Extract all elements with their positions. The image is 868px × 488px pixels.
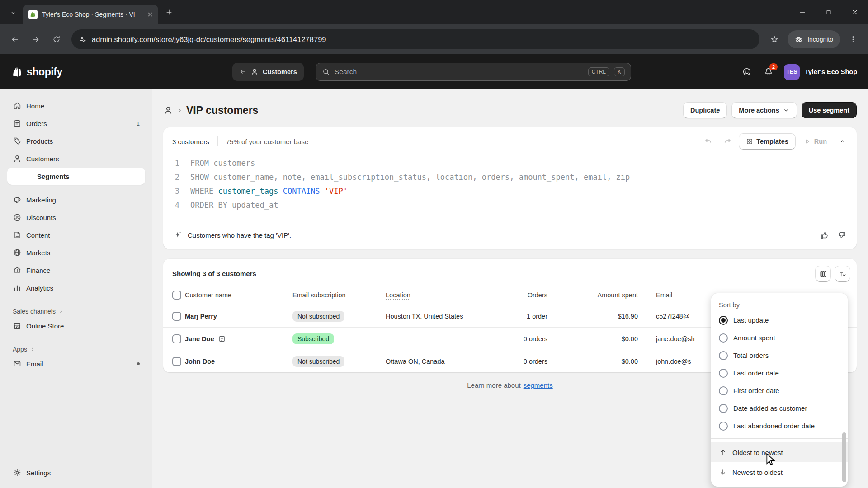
select-all-checkbox[interactable] [172, 291, 181, 300]
sort-option[interactable]: First order date [711, 382, 848, 399]
sidebar-item-online-store[interactable]: Online Store [7, 317, 145, 334]
amount-cell: $16.90 [552, 313, 642, 320]
tab-close-icon[interactable] [146, 11, 154, 18]
sidebar-item-segments[interactable]: Segments [7, 168, 145, 185]
home-icon [13, 101, 22, 110]
duplicate-button[interactable]: Duplicate [683, 102, 727, 118]
sort-button[interactable] [835, 266, 850, 282]
breadcrumb-chevron-icon [176, 107, 183, 114]
sort-direction-option[interactable]: Oldest to newest [711, 442, 848, 462]
customer-name[interactable]: Jane Doe [185, 335, 214, 343]
sort-direction-option[interactable]: Newest to oldest [711, 462, 848, 482]
item-badge: 1 [137, 120, 140, 127]
column-header-customer-name[interactable]: Customer name [185, 291, 292, 299]
orders-icon [13, 119, 22, 128]
url-bar[interactable]: admin.shopify.com/store/jy63jq-dc/custom… [71, 29, 760, 49]
forward-button[interactable] [26, 30, 45, 49]
radio-button[interactable] [719, 386, 728, 395]
sort-directions: Oldest to newest Newest to oldest [711, 442, 848, 482]
templates-button[interactable]: Templates [739, 133, 796, 150]
chevron-right-icon [58, 308, 64, 314]
undo-button[interactable] [701, 134, 716, 149]
incognito-label: Incognito [807, 36, 833, 43]
column-header-orders[interactable]: Orders [499, 291, 552, 299]
site-settings-icon[interactable] [79, 35, 87, 43]
segments-link[interactable]: segments [524, 381, 553, 389]
store-menu[interactable]: TES Tyler's Eco Shop [781, 62, 860, 82]
back-button[interactable] [5, 30, 24, 49]
sidebar-item-orders[interactable]: Orders 1 [7, 115, 145, 132]
segments-breadcrumb-icon[interactable] [163, 105, 173, 115]
use-segment-button[interactable]: Use segment [802, 102, 857, 118]
sidebar: Home Orders 1 Products Customers Segment… [0, 89, 152, 488]
query-editor[interactable]: 1 FROM customers 2 SHOW customer_name, n… [163, 155, 857, 221]
new-tab-button[interactable] [162, 5, 176, 19]
global-search[interactable]: Search CTRL K [316, 63, 631, 81]
sort-option[interactable]: Total orders [711, 347, 848, 364]
edit-columns-button[interactable] [815, 266, 831, 282]
sidebar-item-home[interactable]: Home [7, 97, 145, 114]
radio-button[interactable] [719, 369, 728, 378]
maximize-button[interactable] [816, 0, 842, 24]
sidekick-button[interactable] [738, 63, 756, 81]
radio-button[interactable] [719, 422, 728, 431]
discounts-icon [13, 213, 22, 222]
scrollbar-thumb[interactable] [842, 432, 846, 482]
sort-option[interactable]: Last update [711, 311, 848, 329]
dots-vertical-icon [849, 35, 858, 44]
divider [711, 438, 848, 439]
browser-menu-button[interactable] [844, 30, 863, 49]
radio-button[interactable] [719, 404, 728, 413]
row-checkbox[interactable] [172, 357, 181, 366]
browser-tab[interactable]: Tyler's Eco Shop · Segments · VI [23, 5, 158, 24]
sidebar-item-analytics[interactable]: Analytics [7, 279, 145, 296]
sort-option[interactable]: Last order date [711, 364, 848, 382]
reload-button[interactable] [47, 30, 66, 49]
minimize-button[interactable] [789, 0, 816, 24]
code-text: WHERE customer_tags CONTAINS 'VIP' [190, 184, 348, 198]
collapse-editor-button[interactable] [835, 134, 850, 149]
notification-badge: 2 [769, 63, 778, 70]
segment-editor-card: 3 customers 75% of your customer base Te… [163, 127, 857, 249]
sidebar-item-customers[interactable]: Customers [7, 150, 145, 167]
customer-name[interactable]: Marj Perry [185, 313, 217, 320]
sidebar-item-marketing[interactable]: Marketing [7, 191, 145, 208]
more-actions-button[interactable]: More actions [731, 102, 797, 118]
sidebar-item-discounts[interactable]: Discounts [7, 209, 145, 226]
redo-button[interactable] [720, 134, 735, 149]
radio-button[interactable] [719, 333, 728, 343]
column-header-email-subscription[interactable]: Email subscription [292, 291, 386, 299]
sidebar-item-email[interactable]: Email [7, 355, 145, 372]
url-text: admin.shopify.com/store/jy63jq-dc/custom… [92, 35, 326, 44]
thumbs-up-button[interactable] [820, 230, 829, 240]
tab-search-button[interactable] [5, 5, 21, 20]
radio-button[interactable] [719, 316, 728, 325]
radio-button[interactable] [719, 351, 728, 360]
sidebar-item-products[interactable]: Products [7, 132, 145, 150]
customer-name[interactable]: John Doe [185, 358, 215, 365]
thumbs-down-button[interactable] [837, 230, 847, 240]
row-checkbox[interactable] [172, 312, 181, 321]
forward-icon [31, 35, 40, 44]
popover-scrollbar[interactable] [842, 298, 846, 482]
topbar-right: 2 TES Tyler's Eco Shop [738, 62, 860, 82]
row-checkbox[interactable] [172, 334, 181, 343]
bookmark-button[interactable] [765, 30, 784, 49]
shopify-logo[interactable]: shopify [0, 66, 62, 78]
sidebar-item-finance[interactable]: Finance [7, 262, 145, 279]
apps-header[interactable]: Apps [13, 346, 140, 353]
sort-option[interactable]: Last abandoned order date [711, 417, 848, 435]
back-to-customers-button[interactable]: Customers [232, 63, 304, 81]
sidebar-item-markets[interactable]: Markets [7, 244, 145, 261]
column-header-amount-spent[interactable]: Amount spent [552, 291, 642, 299]
notifications-button[interactable]: 2 [760, 63, 778, 81]
sidebar-item-settings[interactable]: Settings [7, 464, 145, 481]
sort-option[interactable]: Date added as customer [711, 399, 848, 417]
close-window-button[interactable] [842, 0, 868, 24]
arrow-down-icon [719, 468, 727, 476]
run-button[interactable]: Run [799, 138, 831, 145]
column-header-location[interactable]: Location [386, 291, 499, 299]
sidebar-item-content[interactable]: Content [7, 226, 145, 244]
sales-channels-header[interactable]: Sales channels [13, 308, 140, 315]
sort-option[interactable]: Amount spent [711, 329, 848, 347]
